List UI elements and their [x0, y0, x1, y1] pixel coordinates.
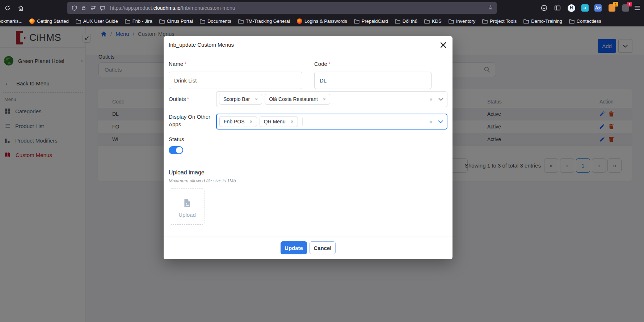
bookmark-item[interactable]: Demo-Training	[523, 18, 562, 24]
sidebar-toggle-icon[interactable]	[553, 4, 562, 12]
bookmark-item[interactable]: Inventory	[449, 18, 475, 24]
bookmark-label: KDS	[432, 18, 442, 24]
bookmark-star-icon[interactable]: ☆	[488, 4, 493, 11]
bookmark-label: AUX User Guide	[83, 18, 118, 24]
extension-capture-icon[interactable]	[581, 4, 589, 12]
shield-icon[interactable]	[70, 3, 79, 13]
url-text: https://app.product.cloudhms.io/fnb/menu…	[110, 5, 235, 11]
remove-chip-icon[interactable]: ×	[255, 96, 258, 102]
bookmark-item[interactable]: KDS	[424, 18, 442, 24]
permissions-icon[interactable]	[88, 3, 98, 13]
folder-icon	[200, 19, 205, 24]
bookmark-item[interactable]: Getting Started	[29, 18, 68, 24]
bookmark-label: ookmarks...	[0, 18, 22, 24]
url-domain: cloudhms.io	[153, 5, 181, 11]
folder-icon	[125, 19, 130, 24]
home-icon[interactable]	[16, 4, 25, 12]
folder-icon	[482, 19, 488, 24]
code-input[interactable]	[314, 72, 432, 89]
name-input[interactable]	[169, 72, 302, 89]
required-asterisk: *	[328, 61, 331, 67]
chip-label: QR Menu	[264, 119, 286, 124]
bookmark-label: Demo-Training	[531, 18, 562, 24]
chip-fnb-pos[interactable]: Fnb POS×	[219, 116, 257, 127]
chip-label: Olá Costa Restaurant	[269, 96, 318, 102]
toggle-knob	[176, 147, 182, 153]
chip-scorpio-bar[interactable]: Scorpio Bar×	[219, 94, 262, 105]
bookmark-item[interactable]: Project Tools	[482, 18, 517, 24]
bookmark-item[interactable]: PrepaidCard	[354, 18, 388, 24]
chip-qr-menu[interactable]: QR Menu×	[260, 116, 298, 127]
upload-hint: Maximum allowed file size is 1Mb	[169, 178, 236, 183]
modal-header: fnb_update Custom Menus	[164, 36, 453, 53]
translate-extension-icon[interactable]: A文	[594, 4, 602, 12]
bookmark-item[interactable]: Contactless	[569, 18, 601, 24]
folder-icon	[159, 19, 165, 24]
status-label: Status	[169, 136, 184, 142]
outlets-label: Outlets*	[169, 96, 189, 102]
menu-hamburger-icon[interactable]	[633, 4, 641, 12]
url-bar[interactable]: https://app.product.cloudhms.io/fnb/menu…	[67, 2, 497, 14]
logins-icon	[297, 18, 302, 24]
firefox-icon	[29, 18, 35, 24]
bookmark-item[interactable]: Documents	[200, 18, 231, 24]
folder-icon	[449, 19, 454, 24]
bookmark-item[interactable]: ookmarks...	[0, 18, 22, 24]
display-apps-multiselect[interactable]: Fnb POS× QR Menu× ×	[216, 114, 447, 130]
app-viewport: CiHMS Green Planet Hotel › ← Back to Men…	[0, 26, 644, 322]
remove-chip-icon[interactable]: ×	[323, 96, 326, 102]
clear-all-icon[interactable]: ×	[429, 119, 432, 125]
close-icon[interactable]	[439, 41, 447, 49]
browser-toolbar: https://app.product.cloudhms.io/fnb/menu…	[0, 0, 644, 16]
account-avatar[interactable]: H	[567, 4, 576, 12]
chevron-down-icon[interactable]	[438, 98, 443, 101]
remove-chip-icon[interactable]: ×	[291, 119, 294, 124]
status-toggle[interactable]	[169, 146, 183, 154]
bookmark-label: TM-Tracking General	[246, 18, 290, 24]
bookmark-label: Cirrus Portal	[167, 18, 193, 24]
bookmark-item[interactable]: Đối thủ	[395, 18, 417, 24]
display-apps-label: Display On Other	[169, 114, 210, 120]
bookmark-item[interactable]: Fnb - Jira	[125, 18, 152, 24]
update-custom-menu-modal: fnb_update Custom Menus Name* Code* Outl…	[164, 36, 453, 259]
modal-footer: Update Cancel	[164, 237, 453, 259]
extension-hand-icon[interactable]: 1	[607, 4, 616, 12]
outlets-multiselect[interactable]: Scorpio Bar× Olá Costa Restaurant× ×	[216, 91, 447, 107]
chip-ola-costa-restaurant[interactable]: Olá Costa Restaurant×	[265, 94, 330, 105]
reload-icon[interactable]	[3, 4, 12, 12]
bookmark-label: Inventory	[456, 18, 475, 24]
cancel-button[interactable]: Cancel	[310, 241, 336, 254]
bookmark-item[interactable]: Logins & Passwords	[297, 18, 347, 24]
modal-title: fnb_update Custom Menus	[169, 42, 234, 48]
bookmark-item[interactable]: TM-Tracking General	[238, 18, 290, 24]
bookmark-label: PrepaidCard	[362, 18, 388, 24]
bookmark-item[interactable]: Cirrus Portal	[159, 18, 193, 24]
folder-icon	[354, 19, 359, 24]
folder-icon	[238, 19, 244, 24]
pocket-icon[interactable]	[540, 4, 548, 12]
folder-icon	[395, 19, 400, 24]
upload-dropzone[interactable]: Upload	[169, 188, 205, 225]
required-asterisk: *	[184, 61, 186, 67]
bookmark-label: Đối thủ	[403, 18, 417, 24]
bookmarks-bar: ookmarks... Getting Started AUX User Gui…	[0, 16, 644, 26]
message-bubble-icon[interactable]	[98, 3, 107, 13]
lock-icon[interactable]	[79, 3, 88, 13]
folder-icon	[523, 19, 529, 24]
folder-icon	[76, 19, 81, 24]
bookmark-label: Getting Started	[37, 18, 68, 24]
bookmark-item[interactable]: AUX User Guide	[76, 18, 118, 24]
report-extension-icon[interactable]: !	[621, 4, 630, 12]
folder-icon	[569, 19, 574, 24]
update-button[interactable]: Update	[281, 241, 307, 254]
clear-all-icon[interactable]: ×	[429, 96, 433, 102]
display-apps-label-line2: Apps	[169, 121, 181, 127]
upload-image-title: Upload image	[169, 169, 205, 176]
bookmark-label: Documents	[207, 18, 231, 24]
bookmark-label: Contactless	[577, 18, 601, 24]
required-asterisk: *	[187, 96, 189, 102]
remove-chip-icon[interactable]: ×	[250, 119, 253, 124]
chip-label: Scorpio Bar	[223, 96, 250, 102]
chevron-down-icon[interactable]	[438, 120, 443, 123]
upload-button-label: Upload	[169, 212, 205, 218]
